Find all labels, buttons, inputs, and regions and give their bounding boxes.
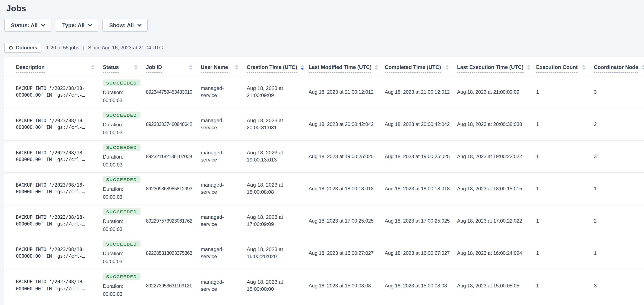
execution-count-cell: 1 [536, 141, 594, 173]
coordinator-node: 3 [594, 154, 597, 159]
job-id-cell: 892321182136107009 [146, 141, 201, 173]
creation-time-cell: Aug 18, 2023 at 18:00:08:08 [247, 173, 308, 205]
job-description-link[interactable]: BACKUP INTO '/2023/08/18- [16, 85, 94, 92]
column-header-coordinator-node[interactable]: Coordinator Node [594, 57, 644, 76]
jobs-count-text: 1-20 of 55 jobs [46, 45, 79, 51]
user-name-cell: managed-service [201, 205, 247, 237]
type-filter-label: Type: All [62, 22, 85, 29]
status-cell: SUCCEEDED Duration: 00:00:03 [103, 205, 146, 237]
jobs-table: Description Status Job ID User Name [4, 57, 644, 305]
execution-count-cell: 1 [536, 205, 594, 237]
completed-time-cell: Aug 18, 2023 at 16:00:27:027 [385, 237, 457, 269]
column-header-status[interactable]: Status [103, 57, 146, 76]
job-id-cell: 892297573923061762 [146, 205, 201, 237]
sort-icon [642, 65, 644, 70]
description-cell: BACKUP INTO '/2023/08/18- 000000.00' IN … [4, 141, 103, 173]
last-modified-time: Aug 18, 2023 at 18:00:18:018 [308, 186, 374, 192]
user-name-cell: managed-service [201, 237, 247, 269]
last-execution-time-cell: Aug 18, 2023 at 16:00:24:024 [457, 237, 536, 269]
last-modified-time: Aug 18, 2023 at 19:00:25:025 [308, 154, 374, 159]
completed-time: Aug 18, 2023 at 18:00:18:018 [385, 186, 450, 192]
job-duration: Duration: 00:00:03 [103, 153, 132, 169]
user-name: managed-service [201, 182, 238, 196]
job-description-link[interactable]: 000000.00' IN 'gs://crl-… [16, 189, 94, 196]
completed-time-cell: Aug 18, 2023 at 19:00:25:025 [385, 141, 457, 173]
last-execution-time-cell: Aug 18, 2023 at 19:00:22:022 [457, 141, 536, 173]
description-cell: BACKUP INTO '/2023/08/18- 000000.00' IN … [4, 173, 103, 205]
coordinator-node-cell: 1 [594, 173, 644, 205]
coordinator-node-cell: 3 [594, 269, 644, 302]
job-description-link[interactable]: 000000.00' IN 'gs://crl-… [16, 156, 94, 163]
coordinator-node-cell: 1 [594, 237, 644, 269]
status-cell: SUCCEEDED Duration: 00:00:03 [103, 76, 146, 108]
description-cell: BACKUP INTO '/2023/08/18- 000000.00' IN … [4, 108, 103, 141]
since-text: Since Aug 16, 2023 at 21:04 UTC [88, 45, 163, 51]
job-description-link[interactable]: BACKUP INTO '/2023/08/18- [16, 150, 94, 156]
job-description-link[interactable]: BACKUP INTO '/2023/08/18- [16, 214, 94, 221]
last-execution-time: Aug 18, 2023 at 17:00:22:022 [457, 218, 522, 224]
job-description-link[interactable]: 000000.00' IN 'gs://crl-… [16, 253, 94, 260]
coordinator-node-cell: 2 [594, 205, 644, 237]
user-name-cell: managed-service [201, 269, 247, 302]
job-description-link[interactable]: BACKUP INTO '/2023/08/18- [16, 182, 94, 189]
sort-icon [134, 65, 138, 70]
last-modified-time-cell: Aug 18, 2023 at 18:00:18:018 [308, 173, 385, 205]
coordinator-node-cell: 2 [594, 108, 644, 141]
last-modified-time: Aug 18, 2023 at 21:00:12:012 [308, 89, 374, 95]
job-id: 892321182136107009 [146, 154, 192, 159]
status-badge: SUCCEEDED [103, 273, 140, 280]
completed-time: Aug 18, 2023 at 20:00:42:042 [385, 121, 450, 127]
column-header-user-name[interactable]: User Name [201, 57, 247, 76]
user-name-cell: managed-service [201, 173, 247, 205]
job-description-link[interactable]: 000000.00' IN 'gs://crl-… [16, 285, 94, 292]
last-execution-time-cell: Aug 18, 2023 at 17:00:22:022 [457, 205, 536, 237]
last-execution-time-cell: Aug 18, 2023 at 15:00:05:05 [457, 269, 536, 302]
status-badge: SUCCEEDED [103, 240, 140, 247]
job-description-link[interactable]: 000000.00' IN 'gs://crl-… [16, 92, 94, 99]
job-description-link[interactable]: BACKUP INTO '/2023/08/18- [16, 279, 94, 285]
creation-time: Aug 18, 2023 at 21:00:09:09 [247, 85, 300, 99]
job-id: 892297573923061762 [146, 218, 192, 223]
creation-time-cell: Aug 18, 2023 at 20:00:31:031 [247, 108, 308, 141]
user-name: managed-service [201, 278, 238, 293]
user-name: managed-service [201, 246, 238, 260]
creation-time: Aug 18, 2023 at 16:00:20:020 [247, 246, 300, 260]
table-row: BACKUP INTO '/2023/08/18- 000000.00' IN … [4, 108, 644, 141]
job-id-cell: 892309368985812993 [146, 173, 201, 205]
status-badge: SUCCEEDED [103, 112, 140, 118]
show-filter-dropdown[interactable]: Show: All [103, 19, 148, 32]
execution-count: 1 [536, 250, 539, 256]
last-modified-time-cell: Aug 18, 2023 at 16:00:27:027 [308, 237, 385, 269]
status-filter-dropdown[interactable]: Status: All [4, 19, 52, 32]
column-header-last-execution-time[interactable]: Last Execution Time (UTC) [457, 57, 536, 76]
execution-count: 1 [536, 154, 539, 159]
job-id: 892273953631109121 [146, 283, 192, 288]
status-filter-label: Status: All [11, 22, 38, 29]
last-modified-time-cell: Aug 18, 2023 at 20:00:42:042 [308, 108, 385, 141]
type-filter-dropdown[interactable]: Type: All [56, 19, 98, 32]
completed-time-cell: Aug 18, 2023 at 18:00:18:018 [385, 173, 457, 205]
job-id: 892344759453483010 [146, 89, 192, 95]
coordinator-node: 1 [594, 186, 597, 192]
column-header-job-id[interactable]: Job ID [146, 57, 201, 76]
sort-icon [527, 65, 530, 70]
job-description-link[interactable]: 000000.00' IN 'gs://crl-… [16, 221, 94, 228]
column-header-description[interactable]: Description [4, 57, 103, 76]
column-header-completed-time[interactable]: Completed Time (UTC) [385, 57, 457, 76]
job-id-cell: 892273953631109121 [146, 269, 201, 302]
columns-button[interactable]: ⚙ Columns [4, 43, 42, 53]
column-header-last-modified-time[interactable]: Last Modified Time (UTC) [308, 57, 385, 76]
last-execution-time: Aug 18, 2023 at 16:00:24:024 [457, 250, 522, 256]
sort-icon [235, 65, 238, 70]
filters-bar: Status: All Type: All Show: All [4, 19, 644, 32]
status-cell: SUCCEEDED Duration: 00:00:03 [103, 173, 146, 205]
status-cell: SUCCEEDED Duration: 00:00:03 [103, 108, 146, 141]
job-duration: Duration: 00:00:03 [103, 89, 132, 105]
column-header-execution-count[interactable]: Execution Count [536, 57, 594, 76]
completed-time: Aug 18, 2023 at 15:00:08:08 [385, 283, 447, 288]
job-description-link[interactable]: BACKUP INTO '/2023/08/18- [16, 117, 94, 124]
job-description-link[interactable]: 000000.00' IN 'gs://crl-… [16, 124, 94, 131]
job-description-link[interactable]: BACKUP INTO '/2023/08/18- [16, 246, 94, 253]
job-id: 892309368985812993 [146, 186, 192, 191]
column-header-creation-time[interactable]: Creation Time (UTC) [247, 57, 308, 76]
